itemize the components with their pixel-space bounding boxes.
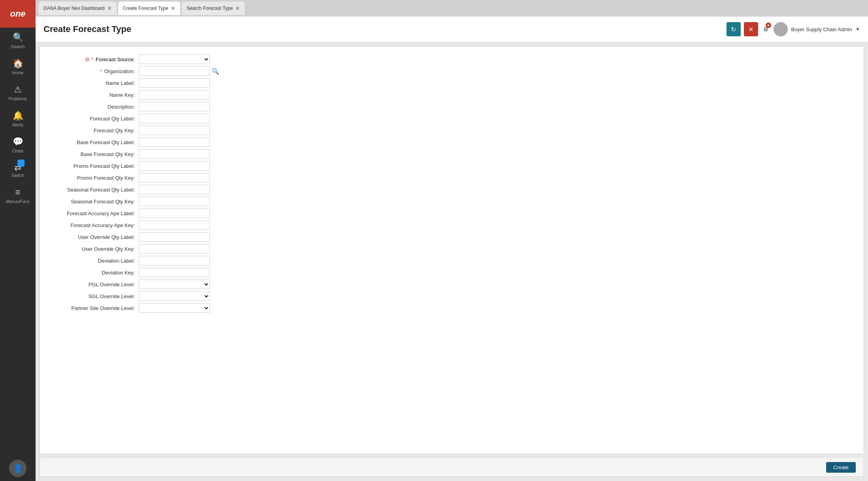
sidebar-item-switch[interactable]: ⇄ Switch xyxy=(0,158,36,182)
sidebar-item-alerts[interactable]: 🔔 Alerts xyxy=(0,106,36,132)
input-forecast-qty-key[interactable] xyxy=(139,126,210,135)
input-promo-forecast-qty-label[interactable] xyxy=(139,161,210,171)
row-base-forecast-qty-label: Base Forecast Qty Label: xyxy=(52,137,852,147)
bell-icon: 🔔 xyxy=(13,111,23,121)
chat-icon: 💬 xyxy=(13,137,23,147)
input-organization[interactable] xyxy=(139,66,210,76)
row-sgl-override-level: SGL Override Level: xyxy=(52,291,852,301)
input-pgl-override-level[interactable] xyxy=(139,280,210,289)
content-header: Create Forecast Type ↻ ✕ ≡ ★ Buyer Suppl… xyxy=(36,17,868,42)
row-forecast-qty-key: Forecast Qty Key: xyxy=(52,126,852,135)
input-seasonal-forecast-qty-key[interactable] xyxy=(139,197,210,206)
sidebar-item-menus[interactable]: ≡ Menus/Favs xyxy=(0,182,36,209)
label-text-forecast-source: * Forecast Source: xyxy=(91,56,135,62)
label-name-key: Name Key: xyxy=(52,92,139,98)
main-area: DANA Buyer Neo Dashboard ✕ Create Foreca… xyxy=(36,0,868,481)
organization-search-button[interactable]: 🔍 xyxy=(211,68,219,75)
label-base-forecast-qty-key: Base Forecast Qty Key: xyxy=(52,151,139,157)
label-sgl-override-level: SGL Override Level: xyxy=(52,293,139,299)
label-seasonal-forecast-qty-label: Seasonal Forecast Qty Label: xyxy=(52,187,139,193)
row-forecast-source: ⊘ * Forecast Source: xyxy=(52,54,852,64)
label-deviation-key: Deviation Key: xyxy=(52,270,139,276)
label-pgl-override-level: PGL Override Level: xyxy=(52,282,139,287)
user-section: Buyer Supply Chain Admin ▼ xyxy=(774,22,860,36)
input-deviation-key[interactable] xyxy=(139,268,210,277)
label-description: Description: xyxy=(52,104,139,110)
input-user-override-qty-label[interactable] xyxy=(139,232,210,242)
tab-dana-close[interactable]: ✕ xyxy=(107,6,112,11)
tab-create-close[interactable]: ✕ xyxy=(171,6,175,11)
input-name-key[interactable] xyxy=(139,90,210,100)
form-footer: Create xyxy=(40,458,864,477)
label-name-label: Name Label: xyxy=(52,80,139,86)
page-title: Create Forecast Type xyxy=(43,24,131,34)
label-base-forecast-qty-label: Base Forecast Qty Label: xyxy=(52,139,139,145)
label-forecast-accuracy-ape-key: Forecast Accuracy Ape Key: xyxy=(52,222,139,228)
tab-dana-dashboard[interactable]: DANA Buyer Neo Dashboard ✕ xyxy=(39,2,117,15)
logo-text: one xyxy=(10,9,25,19)
tab-create-label: Create Forecast Type xyxy=(123,6,168,11)
row-pgl-override-level: PGL Override Level: xyxy=(52,280,852,289)
row-forecast-qty-label: Forecast Qty Label: xyxy=(52,114,852,123)
label-forecast-accuracy-ape-label: Forecast Accuracy Ape Label: xyxy=(52,210,139,216)
label-deviation-label: Deviation Label: xyxy=(52,258,139,264)
input-forecast-source[interactable] xyxy=(139,54,210,64)
sidebar-label-chats: Chats xyxy=(12,148,24,153)
row-name-key: Name Key: xyxy=(52,90,852,100)
label-seasonal-forecast-qty-key: Seasonal Forecast Qty Key: xyxy=(52,199,139,205)
refresh-button[interactable]: ↻ xyxy=(726,22,741,36)
sidebar-bottom: 👤 xyxy=(0,460,36,481)
input-partner-site-override-level[interactable] xyxy=(139,303,210,313)
row-organization: * Organization: 🔍 xyxy=(52,66,852,76)
row-forecast-accuracy-ape-key: Forecast Accuracy Ape Key: xyxy=(52,220,852,230)
sidebar-item-problems[interactable]: ⚠ Problems xyxy=(0,80,36,106)
tab-search-label: Search Forecast Type xyxy=(187,6,233,11)
sidebar-item-home[interactable]: 🏠 Home xyxy=(0,54,36,80)
menu-button[interactable]: ≡ ★ xyxy=(761,23,771,36)
row-seasonal-forecast-qty-key: Seasonal Forecast Qty Key: xyxy=(52,197,852,206)
input-deviation-label[interactable] xyxy=(139,256,210,265)
input-base-forecast-qty-label[interactable] xyxy=(139,137,210,147)
input-name-label[interactable] xyxy=(139,78,210,88)
create-button[interactable]: Create xyxy=(826,462,856,473)
input-promo-forecast-qty-key[interactable] xyxy=(139,173,210,182)
sidebar-item-chats[interactable]: 💬 Chats xyxy=(0,132,36,158)
avatar-icon: 👤 xyxy=(13,464,23,473)
user-dropdown-arrow[interactable]: ▼ xyxy=(855,26,860,32)
search-icon: 🔍 xyxy=(13,32,23,43)
input-sgl-override-level[interactable] xyxy=(139,291,210,301)
label-user-override-qty-key: User Override Qty Key: xyxy=(52,246,139,252)
input-user-override-qty-key[interactable] xyxy=(139,244,210,254)
menu-icon: ≡ xyxy=(15,187,21,197)
tab-search-close[interactable]: ✕ xyxy=(235,6,240,11)
sidebar-label-search: Search xyxy=(11,44,25,49)
label-forecast-source: ⊘ * Forecast Source: xyxy=(52,56,139,62)
input-forecast-accuracy-ape-key[interactable] xyxy=(139,220,210,230)
user-name: Buyer Supply Chain Admin xyxy=(791,26,852,32)
input-seasonal-forecast-qty-label[interactable] xyxy=(139,185,210,194)
tab-search-forecast[interactable]: Search Forecast Type ✕ xyxy=(182,2,245,15)
tab-create-forecast[interactable]: Create Forecast Type ✕ xyxy=(118,2,180,15)
content-area: ⊘ * Forecast Source: * Organization: 🔍 N… xyxy=(36,42,868,481)
menu-star-badge: ★ xyxy=(766,23,771,28)
form-container: ⊘ * Forecast Source: * Organization: 🔍 N… xyxy=(40,46,864,454)
label-forecast-qty-label: Forecast Qty Label: xyxy=(52,116,139,122)
switch-badge xyxy=(17,160,25,167)
input-description[interactable] xyxy=(139,102,210,111)
sidebar-label-home: Home xyxy=(12,70,23,75)
sidebar-avatar[interactable]: 👤 xyxy=(9,460,26,477)
label-forecast-qty-key: Forecast Qty Key: xyxy=(52,128,139,133)
row-forecast-accuracy-ape-label: Forecast Accuracy Ape Label: xyxy=(52,209,852,218)
app-logo[interactable]: one xyxy=(0,0,36,28)
close-button[interactable]: ✕ xyxy=(744,22,758,36)
switch-icon-wrapper: ⇄ xyxy=(14,163,21,173)
tab-dana-label: DANA Buyer Neo Dashboard xyxy=(43,6,105,11)
sidebar-item-search[interactable]: 🔍 Search xyxy=(0,28,36,54)
input-forecast-qty-label[interactable] xyxy=(139,114,210,123)
row-base-forecast-qty-key: Base Forecast Qty Key: xyxy=(52,149,852,159)
row-deviation-key: Deviation Key: xyxy=(52,268,852,277)
row-deviation-label: Deviation Label: xyxy=(52,256,852,265)
input-forecast-accuracy-ape-label[interactable] xyxy=(139,209,210,218)
input-base-forecast-qty-key[interactable] xyxy=(139,149,210,159)
sidebar-label-switch: Switch xyxy=(11,173,24,178)
